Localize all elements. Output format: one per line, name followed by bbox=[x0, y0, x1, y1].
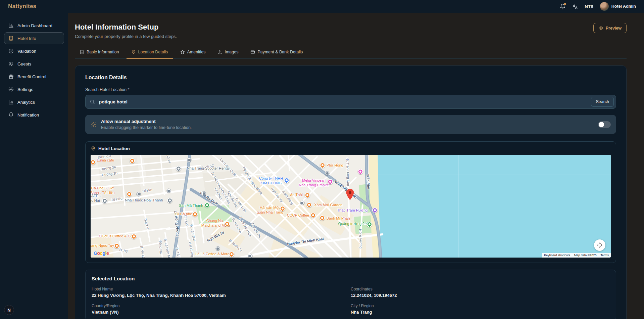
map-marker-gray[interactable] bbox=[176, 166, 181, 171]
manual-adjustment-row: Allow manual adjustment Enable dragging … bbox=[85, 115, 616, 134]
map-marker-orange[interactable] bbox=[229, 252, 234, 257]
keyboard-shortcuts-link[interactable]: Keyboard shortcuts bbox=[542, 253, 572, 258]
map-poi-label[interactable]: Quảng trường 2-4 bbox=[338, 222, 368, 226]
sidebar-item-analytics[interactable]: Analytics bbox=[4, 96, 64, 108]
map-marker-green[interactable] bbox=[367, 222, 372, 227]
map-street-label: Đ. Cổ Loa bbox=[220, 189, 231, 204]
language-button[interactable] bbox=[572, 4, 578, 9]
translate-icon bbox=[572, 4, 578, 9]
map-poi-label[interactable]: Sân Mã Thánh bbox=[179, 203, 203, 208]
map-marker-transit[interactable] bbox=[202, 191, 206, 196]
sidebar-item-benefit-control[interactable]: Benefit Control bbox=[4, 71, 64, 83]
map-marker-transit[interactable] bbox=[300, 201, 304, 205]
map-poi-label[interactable]: Hải sản Mộc quán Nha Trang bbox=[257, 206, 283, 215]
manual-adjustment-toggle[interactable] bbox=[598, 121, 611, 128]
map-poi-label[interactable]: CCCP Coffee bbox=[287, 213, 309, 218]
map-marker-transit[interactable] bbox=[248, 254, 252, 258]
map-poi-label[interactable]: Luma café bbox=[97, 158, 114, 163]
map-poi-label[interactable]: Ăn Thôi bbox=[290, 193, 303, 197]
selected-location-pin[interactable] bbox=[346, 189, 354, 200]
map-marker-orange[interactable] bbox=[310, 213, 316, 218]
tab-label: Amenities bbox=[187, 50, 206, 54]
sidebar-item-label: Admin Dashboard bbox=[17, 23, 52, 28]
map-poi-label[interactable]: Tháp Trầm Hương bbox=[337, 208, 367, 213]
map-marker-transit[interactable] bbox=[137, 192, 141, 196]
user-menu[interactable]: Hotel Admin bbox=[600, 2, 636, 11]
map-poi-label[interactable]: Oi Cà phê bbox=[176, 212, 192, 217]
map-marker-orange[interactable] bbox=[319, 215, 325, 221]
map-poi-label[interactable]: CAFÉ - ốc Hải bbox=[91, 194, 101, 203]
map-poi-label[interactable]: Nhà Thuốc Hoài Thanh bbox=[125, 198, 163, 203]
sidebar-item-admin-dashboard[interactable]: Admin Dashboard bbox=[4, 19, 64, 32]
topbar: Nattynites NT$ Hotel Admin bbox=[0, 0, 644, 13]
map-marker-orange[interactable] bbox=[127, 191, 132, 197]
tab-payment-bank-details[interactable]: Payment & Bank Details bbox=[246, 47, 307, 59]
map-poi-label[interactable]: Bánh Mì Phan bbox=[327, 216, 350, 221]
map-marker-transit[interactable] bbox=[166, 189, 171, 193]
map-marker-transit[interactable] bbox=[215, 246, 220, 251]
map-marker-transit[interactable] bbox=[325, 171, 330, 176]
search-button[interactable]: Search bbox=[591, 97, 614, 107]
map-marker-gray[interactable] bbox=[167, 198, 172, 203]
map-poi-label[interactable]: hàng Ngọc Tuyết bbox=[91, 243, 117, 248]
sidebar-item-settings[interactable]: Settings bbox=[4, 83, 64, 95]
map-poi-label[interactable]: Là Lá Coffee & More bbox=[195, 252, 229, 257]
tab-location-details[interactable]: Location Details bbox=[127, 47, 173, 59]
map-street-label: Đường 3B bbox=[102, 171, 118, 178]
map-marker-purple[interactable] bbox=[372, 208, 378, 213]
building-icon bbox=[8, 36, 14, 41]
floating-launcher-button[interactable]: N bbox=[4, 305, 14, 315]
map-street-label: Đ. Hồng Bàng bbox=[246, 177, 263, 195]
map-street-label: Đ. Ngô Thì bbox=[251, 223, 262, 239]
map-marker-pink[interactable] bbox=[328, 179, 333, 184]
page-title: Hotel Information Setup bbox=[75, 23, 177, 32]
search-input[interactable] bbox=[85, 95, 616, 109]
map-street-label: Đ. Mê Linh bbox=[234, 197, 247, 213]
tab-images[interactable]: Images bbox=[213, 47, 243, 59]
map-marker-orange[interactable] bbox=[305, 192, 310, 198]
eye-icon bbox=[598, 26, 603, 31]
map-marker-blue[interactable] bbox=[284, 178, 289, 183]
field-label: Hotel Name bbox=[92, 287, 351, 291]
sidebar-item-guests[interactable]: Guests bbox=[4, 58, 64, 70]
map-marker-orange[interactable] bbox=[91, 160, 96, 165]
sidebar-item-validation[interactable]: Validation bbox=[4, 45, 64, 57]
map-marker-gray[interactable] bbox=[102, 198, 107, 203]
map-attribution: Keyboard shortcuts Map data ©2025 Terms bbox=[542, 253, 611, 258]
google-map[interactable]: Đường 3Đường 3AĐường 3BSố 14Đ. số 5CTố H… bbox=[91, 155, 611, 258]
map-poi-label[interactable]: Nha Trang Scooter Rental bbox=[187, 166, 230, 171]
map-marker-orange[interactable] bbox=[131, 234, 137, 239]
sidebar-item-hotel-info[interactable]: Hotel Info bbox=[4, 32, 64, 44]
map-street-label: Đ. Trần Hưng Đạo bbox=[345, 158, 350, 186]
map-marker-pink[interactable] bbox=[358, 169, 363, 174]
map-marker-orange[interactable] bbox=[130, 158, 135, 164]
map-street-label: Đ. Lê Hiến Mai bbox=[163, 238, 171, 258]
map-expand-button[interactable] bbox=[594, 239, 605, 251]
map-marker-orange[interactable] bbox=[114, 243, 119, 248]
preview-button[interactable]: Preview bbox=[593, 23, 627, 33]
gear-icon bbox=[91, 122, 97, 128]
map-poi-label[interactable]: Xóm Mới Garden bbox=[314, 203, 342, 208]
google-logo[interactable]: Google bbox=[94, 250, 109, 256]
terms-link[interactable]: Terms bbox=[599, 253, 611, 258]
map-poi-label[interactable]: Công ty TNHH KIM CHUNG bbox=[259, 176, 283, 186]
map-poi-label[interactable]: Phở Hồng bbox=[327, 163, 343, 168]
map-marker-green[interactable] bbox=[204, 202, 210, 208]
map-marker-transit[interactable] bbox=[187, 158, 192, 162]
currency-selector[interactable]: NT$ bbox=[585, 4, 593, 9]
notifications-button[interactable] bbox=[560, 4, 565, 9]
map-marker-orange[interactable] bbox=[320, 163, 325, 168]
map-poi-label[interactable]: Cà Phê 6 Giờ Sáng - Tố Hữu bbox=[91, 186, 115, 195]
sidebar-item-notification[interactable]: Notification bbox=[4, 109, 64, 121]
map-poi-label[interactable]: Meliá Vinpearl Nha Trang Empire bbox=[299, 178, 329, 188]
map-marker-orange[interactable] bbox=[225, 221, 230, 227]
tab-amenities[interactable]: Amenities bbox=[176, 47, 210, 59]
sidebar: Admin Dashboard Hotel Info Validation Gu… bbox=[0, 13, 68, 319]
tab-basic-information[interactable]: Basic Information bbox=[75, 47, 124, 59]
map-street-label: Hát Giang bbox=[188, 242, 194, 258]
map-marker-orange[interactable] bbox=[280, 206, 285, 211]
map-marker-orange[interactable] bbox=[306, 202, 312, 208]
gift-icon bbox=[8, 74, 14, 79]
star-icon bbox=[180, 50, 185, 54]
map-marker-orange[interactable] bbox=[192, 212, 198, 217]
